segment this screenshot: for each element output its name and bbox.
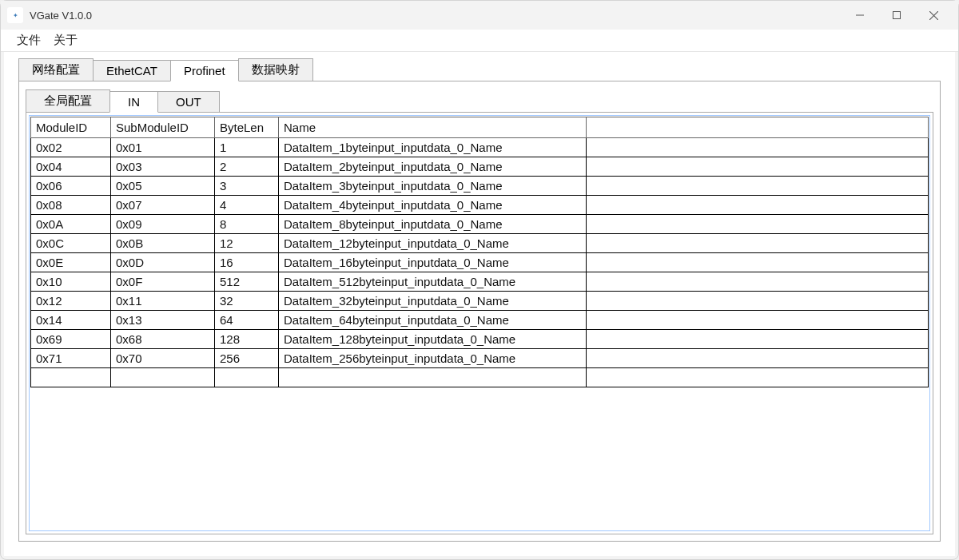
cell-module[interactable]: 0x0C — [31, 234, 111, 253]
cell-name[interactable]: DataItem_16byteinput_inputdata_0_Name — [279, 253, 587, 272]
subtab-global[interactable]: 全局配置 — [26, 89, 110, 113]
cell-sub[interactable]: 0x05 — [111, 177, 215, 196]
table-row[interactable]: 0x040x032DataItem_2byteinput_inputdata_0… — [31, 157, 929, 177]
cell-sub[interactable]: 0x68 — [111, 330, 215, 349]
cell-module[interactable]: 0x14 — [31, 311, 111, 330]
cell-empty[interactable] — [111, 368, 215, 387]
table-row[interactable]: 0x0E0x0D16DataItem_16byteinput_inputdata… — [31, 253, 929, 272]
cell-module[interactable]: 0x10 — [31, 272, 111, 292]
cell-len[interactable]: 12 — [215, 234, 279, 253]
table-row[interactable]: 0x100x0F512DataItem_512byteinput_inputda… — [31, 272, 929, 292]
header-bytelen[interactable]: ByteLen — [215, 117, 279, 138]
minimize-button[interactable] — [842, 2, 878, 28]
cell-name[interactable]: DataItem_256byteinput_inputdata_0_Name — [279, 349, 587, 368]
header-moduleid[interactable]: ModuleID — [31, 117, 111, 138]
cell-spacer — [587, 234, 929, 253]
data-table[interactable]: ModuleID SubModuleID ByteLen Name 0x020x… — [30, 117, 929, 387]
cell-sub[interactable]: 0x13 — [111, 311, 215, 330]
cell-name[interactable]: DataItem_128byteinput_inputdata_0_Name — [279, 330, 587, 349]
cell-name[interactable]: DataItem_8byteinput_inputdata_0_Name — [279, 215, 587, 234]
cell-sub[interactable]: 0x03 — [111, 157, 215, 177]
minimize-icon — [856, 11, 864, 19]
cell-spacer — [587, 349, 929, 368]
cell-spacer — [587, 157, 929, 177]
cell-len[interactable]: 2 — [215, 157, 279, 177]
cell-spacer — [587, 311, 929, 330]
cell-len[interactable]: 1 — [215, 138, 279, 157]
cell-name[interactable]: DataItem_12byteinput_inputdata_0_Name — [279, 234, 587, 253]
cell-len[interactable]: 32 — [215, 292, 279, 311]
cell-len[interactable]: 128 — [215, 330, 279, 349]
tab-ethercat[interactable]: EthetCAT — [93, 60, 171, 81]
table-row[interactable]: 0x120x1132DataItem_32byteinput_inputdata… — [31, 292, 929, 311]
cell-name[interactable]: DataItem_64byteinput_inputdata_0_Name — [279, 311, 587, 330]
cell-module[interactable]: 0x04 — [31, 157, 111, 177]
cell-len[interactable]: 64 — [215, 311, 279, 330]
cell-len[interactable]: 16 — [215, 253, 279, 272]
table-row[interactable]: 0x060x053DataItem_3byteinput_inputdata_0… — [31, 177, 929, 196]
subtab-in[interactable]: IN — [109, 91, 158, 113]
close-button[interactable] — [915, 2, 952, 28]
cell-sub[interactable]: 0x0D — [111, 253, 215, 272]
header-name[interactable]: Name — [279, 117, 587, 138]
cell-module[interactable]: 0x71 — [31, 349, 111, 368]
cell-module[interactable]: 0x02 — [31, 138, 111, 157]
cell-empty[interactable] — [215, 368, 279, 387]
cell-module[interactable]: 0x0A — [31, 215, 111, 234]
cell-sub[interactable]: 0x70 — [111, 349, 215, 368]
cell-len[interactable]: 3 — [215, 177, 279, 196]
cell-spacer — [587, 330, 929, 349]
tab-network[interactable]: 网络配置 — [18, 58, 94, 81]
cell-name[interactable]: DataItem_1byteinput_inputdata_0_Name — [279, 138, 587, 157]
cell-module[interactable]: 0x06 — [31, 177, 111, 196]
tab-profinet[interactable]: Profinet — [170, 60, 239, 81]
header-submoduleid[interactable]: SubModuleID — [111, 117, 215, 138]
table-row[interactable]: 0x140x1364DataItem_64byteinput_inputdata… — [31, 311, 929, 330]
subtab-out[interactable]: OUT — [157, 91, 220, 113]
menu-about[interactable]: 关于 — [54, 33, 78, 48]
cell-module[interactable]: 0x12 — [31, 292, 111, 311]
cell-module[interactable]: 0x08 — [31, 196, 111, 215]
cell-name[interactable]: DataItem_3byteinput_inputdata_0_Name — [279, 177, 587, 196]
cell-sub[interactable]: 0x07 — [111, 196, 215, 215]
table-wrapper: ModuleID SubModuleID ByteLen Name 0x020x… — [29, 115, 930, 531]
cell-sub[interactable]: 0x11 — [111, 292, 215, 311]
cell-name[interactable]: DataItem_2byteinput_inputdata_0_Name — [279, 157, 587, 177]
cell-len[interactable]: 256 — [215, 349, 279, 368]
window-title: VGate V1.0.0 — [30, 10, 842, 22]
subtab-body-in: ModuleID SubModuleID ByteLen Name 0x020x… — [26, 112, 933, 534]
cell-sub[interactable]: 0x09 — [111, 215, 215, 234]
table-row[interactable]: 0x690x68128DataItem_128byteinput_inputda… — [31, 330, 929, 349]
main-tabs: 网络配置 EthetCAT Profinet 数据映射 — [18, 58, 941, 81]
cell-sub[interactable]: 0x0B — [111, 234, 215, 253]
titlebar: ✦ VGate V1.0.0 — [1, 1, 958, 30]
table-row[interactable]: 0x0C0x0B12DataItem_12byteinput_inputdata… — [31, 234, 929, 253]
table-row[interactable]: 0x020x011DataItem_1byteinput_inputdata_0… — [31, 138, 929, 157]
cell-len[interactable]: 4 — [215, 196, 279, 215]
cell-name[interactable]: DataItem_4byteinput_inputdata_0_Name — [279, 196, 587, 215]
cell-spacer — [587, 272, 929, 292]
maximize-icon — [893, 11, 901, 19]
table-row[interactable]: 0x080x074DataItem_4byteinput_inputdata_0… — [31, 196, 929, 215]
maximize-button[interactable] — [878, 2, 915, 28]
cell-empty[interactable] — [31, 368, 111, 387]
cell-sub[interactable]: 0x0F — [111, 272, 215, 292]
table-header-row: ModuleID SubModuleID ByteLen Name — [31, 117, 929, 138]
cell-name[interactable]: DataItem_32byteinput_inputdata_0_Name — [279, 292, 587, 311]
cell-len[interactable]: 512 — [215, 272, 279, 292]
tab-mapping[interactable]: 数据映射 — [238, 58, 313, 81]
cell-empty[interactable] — [279, 368, 587, 387]
table-row-empty[interactable] — [31, 368, 929, 387]
client-area: 网络配置 EthetCAT Profinet 数据映射 全局配置 IN OUT … — [4, 52, 955, 556]
cell-len[interactable]: 8 — [215, 215, 279, 234]
table-row[interactable]: 0x710x70256DataItem_256byteinput_inputda… — [31, 349, 929, 368]
cell-module[interactable]: 0x0E — [31, 253, 111, 272]
svg-rect-1 — [893, 12, 901, 19]
cell-sub[interactable]: 0x01 — [111, 138, 215, 157]
menu-file[interactable]: 文件 — [17, 33, 41, 48]
cell-name[interactable]: DataItem_512byteinput_inputdata_0_Name — [279, 272, 587, 292]
cell-module[interactable]: 0x69 — [31, 330, 111, 349]
window-controls — [842, 2, 952, 28]
cell-empty — [587, 368, 929, 387]
table-row[interactable]: 0x0A0x098DataItem_8byteinput_inputdata_0… — [31, 215, 929, 234]
